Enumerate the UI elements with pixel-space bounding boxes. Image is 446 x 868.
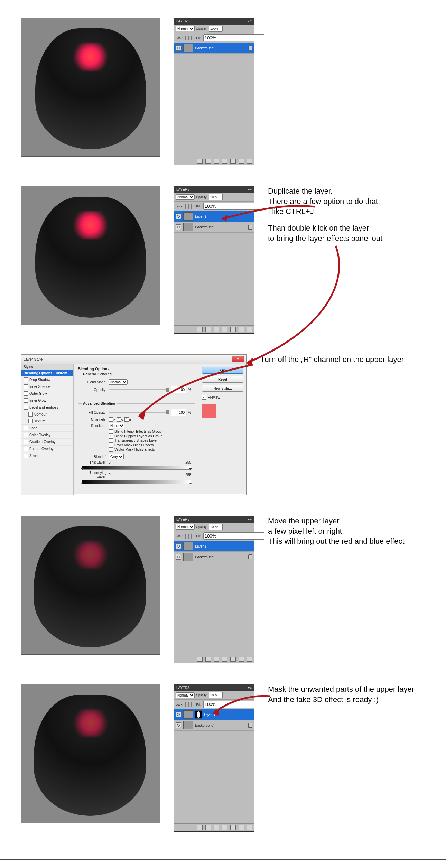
lock-brush-icon[interactable] [188, 702, 189, 707]
lock-all-icon[interactable] [194, 702, 194, 707]
lock-pixels-icon[interactable] [185, 702, 186, 707]
opacity-input[interactable] [171, 386, 186, 393]
blend-mode-select[interactable]: Normal [109, 379, 128, 385]
link-icon[interactable] [197, 825, 203, 830]
adjustment-icon[interactable] [222, 657, 227, 662]
eye-icon[interactable] [176, 712, 181, 717]
opacity-input[interactable] [209, 194, 223, 200]
layer-row-background[interactable]: Background [174, 222, 254, 233]
reset-button[interactable]: Reset [202, 376, 243, 383]
new-layer-icon[interactable] [239, 327, 244, 332]
preview-checkbox[interactable]: Preview [202, 395, 243, 400]
channel-r-checkbox[interactable]: R [109, 417, 116, 422]
channel-g-checkbox[interactable]: G [117, 417, 124, 422]
fx-icon[interactable] [205, 159, 211, 164]
blend-mode-select[interactable]: Normal [176, 524, 195, 530]
styles-header[interactable]: Styles [21, 364, 73, 370]
lock-move-icon[interactable] [191, 702, 192, 707]
fill-input[interactable] [203, 532, 264, 540]
lock-brush-icon[interactable] [188, 534, 189, 539]
layer-row-layer1[interactable]: Layer 1 [174, 709, 254, 720]
inner-shadow-item[interactable]: Inner Shadow [21, 383, 73, 390]
inner-glow-item[interactable]: Inner Glow [21, 397, 73, 404]
panel-menu-icon[interactable]: ▾≡ [248, 686, 252, 690]
fill-opacity-slider[interactable] [109, 412, 169, 413]
close-icon[interactable]: ✕ [232, 356, 244, 362]
ok-button[interactable]: OK [202, 367, 243, 374]
trash-icon[interactable] [247, 657, 252, 662]
layers-tab[interactable]: LAYERS [176, 517, 190, 521]
chk-vectormask[interactable]: Vector Mask Hides Effects [109, 447, 191, 452]
adjustment-icon[interactable] [222, 825, 227, 830]
chk-clipped[interactable]: Blend Clipped Layers as Group [109, 434, 191, 438]
panel-menu-icon[interactable]: ▾≡ [248, 19, 252, 23]
bevel-item[interactable]: Bevel and Emboss [21, 404, 73, 411]
fx-icon[interactable] [205, 825, 211, 830]
stroke-item[interactable]: Stroke [21, 452, 73, 459]
lock-pixels-icon[interactable] [185, 36, 186, 40]
layer-row-background[interactable]: Background [174, 43, 254, 54]
eye-icon[interactable] [176, 214, 181, 219]
lock-pixels-icon[interactable] [185, 204, 186, 209]
chk-layermask[interactable]: Layer Mask Hides Effects [109, 443, 191, 447]
opacity-input[interactable] [209, 26, 223, 32]
lock-pixels-icon[interactable] [185, 534, 186, 539]
adjustment-icon[interactable] [222, 159, 227, 164]
folder-icon[interactable] [230, 825, 236, 830]
folder-icon[interactable] [230, 657, 236, 662]
eye-icon[interactable] [176, 45, 181, 51]
underlying-range[interactable] [82, 480, 191, 484]
lock-all-icon[interactable] [194, 204, 194, 209]
mask-icon[interactable] [214, 825, 219, 830]
mask-icon[interactable] [214, 657, 219, 662]
satin-item[interactable]: Satin [21, 425, 73, 432]
eye-icon[interactable] [176, 722, 181, 728]
lock-move-icon[interactable] [191, 204, 192, 209]
mask-thumb-icon[interactable] [195, 710, 202, 719]
pattern-overlay-item[interactable]: Pattern Overlay [21, 446, 73, 452]
blending-options-item[interactable]: Blending Options: Custom [21, 370, 73, 376]
gradient-overlay-item[interactable]: Gradient Overlay [21, 439, 73, 446]
lock-all-icon[interactable] [194, 36, 194, 40]
dialog-titlebar[interactable]: Layer Style ✕ [21, 355, 246, 364]
color-overlay-item[interactable]: Color Overlay [21, 432, 73, 439]
opacity-slider[interactable] [109, 389, 169, 390]
mask-icon[interactable] [214, 327, 219, 332]
lock-brush-icon[interactable] [188, 36, 189, 40]
folder-icon[interactable] [230, 327, 236, 332]
new-layer-icon[interactable] [239, 159, 244, 164]
chk-interior[interactable]: Blend Interior Effects as Group [109, 429, 191, 434]
opacity-input[interactable] [209, 692, 223, 698]
trash-icon[interactable] [247, 159, 252, 164]
layers-tab[interactable]: LAYERS [176, 188, 190, 192]
link-icon[interactable] [197, 159, 203, 164]
eye-icon[interactable] [176, 224, 181, 230]
link-icon[interactable] [197, 327, 203, 332]
lock-move-icon[interactable] [191, 534, 192, 539]
opacity-input[interactable] [209, 524, 223, 530]
fill-input[interactable] [203, 701, 264, 708]
knockout-select[interactable]: None [109, 423, 124, 428]
contour-item[interactable]: Contour [21, 411, 73, 418]
lock-all-icon[interactable] [194, 534, 194, 539]
layer-row-background[interactable]: Background [174, 720, 254, 731]
fill-input[interactable] [203, 203, 264, 210]
drop-shadow-item[interactable]: Drop Shadow [21, 376, 73, 383]
layers-tab[interactable]: LAYERS [176, 19, 190, 23]
panel-menu-icon[interactable]: ▾≡ [248, 517, 252, 521]
eye-icon[interactable] [176, 554, 181, 560]
fx-icon[interactable] [205, 327, 211, 332]
layer-row-layer1[interactable]: Layer 1 [174, 541, 254, 552]
blend-mode-select[interactable]: Normal [176, 194, 195, 200]
new-layer-icon[interactable] [239, 657, 244, 662]
outer-glow-item[interactable]: Outer Glow [21, 390, 73, 397]
lock-move-icon[interactable] [191, 36, 192, 40]
layer-row-layer1[interactable]: Layer 1 [174, 211, 254, 222]
texture-item[interactable]: Texture [21, 418, 73, 425]
layer-row-background[interactable]: Background [174, 552, 254, 562]
eye-icon[interactable] [176, 543, 181, 549]
link-icon[interactable] [197, 657, 203, 662]
new-style-button[interactable]: New Style... [202, 385, 243, 392]
fx-icon[interactable] [205, 657, 211, 662]
blendif-select[interactable]: Gray [109, 454, 124, 459]
